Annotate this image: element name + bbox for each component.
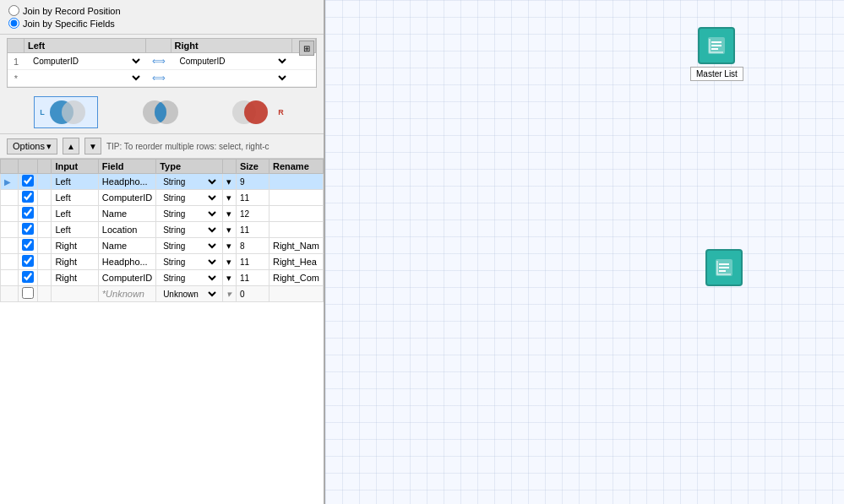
- venn-left-svg: [48, 99, 92, 126]
- join-right-select-new[interactable]: [175, 72, 290, 84]
- size-input[interactable]: [240, 193, 265, 203]
- venn-right-only[interactable]: R: [225, 96, 290, 128]
- master-list-icon: [698, 27, 735, 64]
- row-checkbox[interactable]: [22, 191, 34, 203]
- type-select[interactable]: String: [160, 273, 219, 284]
- row-checkbox[interactable]: [22, 239, 34, 251]
- row-checkbox[interactable]: [22, 175, 34, 187]
- row-checkbox[interactable]: [22, 255, 34, 267]
- size-input[interactable]: [240, 209, 265, 219]
- size-input[interactable]: [240, 290, 265, 299]
- join-corner-button[interactable]: ⊞: [299, 41, 314, 56]
- type-select[interactable]: String: [160, 257, 219, 268]
- second-input-icon: [705, 249, 743, 286]
- table-row: Left Location String ▾: [1, 222, 324, 238]
- join-right-select-1[interactable]: ComputerID: [175, 55, 290, 68]
- join-fields-header: Left Right: [8, 39, 316, 53]
- table-row: Right ComputerID String ▾ Right_Com: [1, 270, 324, 286]
- tip-text: TIP: To reorder multiple rows: select, r…: [106, 142, 317, 151]
- table-row: Right Name String ▾ Right_Nam: [1, 238, 324, 254]
- row-checkbox[interactable]: [22, 223, 34, 235]
- size-input[interactable]: [240, 257, 265, 267]
- type-select[interactable]: String: [160, 209, 219, 219]
- join-fields-container: Left Right 1 ComputerID ⟺ ComputerID *: [7, 38, 317, 88]
- venn-diagrams-row: L R: [0, 91, 324, 134]
- table-row-unknown: *Unknown Unknown ▾: [1, 286, 324, 302]
- type-select[interactable]: String: [160, 176, 219, 187]
- join-field-row-new: * ⟺: [8, 70, 316, 87]
- table-row: ▶ Left Headpho... String ▾: [1, 174, 324, 190]
- type-select[interactable]: String: [160, 225, 219, 236]
- venn-inner-svg: [141, 99, 185, 126]
- type-select[interactable]: String: [160, 192, 219, 203]
- options-toolbar: Options ▾ ▲ ▼ TIP: To reorder multiple r…: [0, 134, 324, 159]
- row-checkbox[interactable]: [22, 287, 34, 299]
- type-select[interactable]: String: [160, 241, 219, 252]
- workflow-canvas: Master List 1 2 L R Check Result: [325, 0, 844, 504]
- join-field-row-1: 1 ComputerID ⟺ ComputerID: [8, 53, 316, 70]
- master-list-node[interactable]: Master List: [690, 27, 743, 81]
- left-panel: Join by Record Position Join by Specific…: [0, 0, 325, 504]
- join-left-select-1[interactable]: ComputerID: [28, 55, 143, 68]
- size-input[interactable]: [240, 177, 265, 187]
- master-list-label: Master List: [690, 67, 743, 81]
- data-table-wrapper: Input Field Type Size Rename ▶ Left Head…: [0, 159, 324, 504]
- options-button[interactable]: Options ▾: [7, 138, 57, 154]
- data-table: Input Field Type Size Rename ▶ Left Head…: [0, 159, 324, 302]
- size-input[interactable]: [240, 225, 265, 235]
- second-input-node[interactable]: [705, 249, 743, 286]
- table-row: Right Headpho... String ▾ Right_Hea: [1, 254, 324, 270]
- row-arrow-cell: ▶: [1, 174, 19, 190]
- dropdown-arrow-icon: ▾: [46, 141, 52, 152]
- move-down-button[interactable]: ▼: [84, 138, 101, 154]
- venn-inner-join[interactable]: [132, 96, 191, 128]
- size-input[interactable]: [240, 274, 265, 283]
- venn-right-svg: [231, 99, 275, 126]
- table-header-row: Input Field Type Size Rename: [1, 160, 324, 174]
- join-left-select-new[interactable]: [28, 72, 143, 84]
- size-input[interactable]: [240, 241, 265, 251]
- svg-point-1: [62, 100, 85, 124]
- table-row: Left ComputerID String ▾: [1, 190, 324, 206]
- row-checkbox[interactable]: [22, 207, 34, 219]
- join-by-record-position-option[interactable]: Join by Record Position: [8, 5, 315, 16]
- move-up-button[interactable]: ▲: [63, 138, 79, 154]
- table-row: Left Name String ▾: [1, 206, 324, 222]
- row-checkbox[interactable]: [22, 271, 34, 283]
- type-select[interactable]: Unknown: [160, 289, 219, 300]
- venn-left-only[interactable]: L: [34, 96, 98, 128]
- svg-point-7: [244, 100, 268, 124]
- join-by-specific-fields-option[interactable]: Join by Specific Fields: [8, 18, 315, 29]
- canvas-background: [325, 0, 844, 504]
- join-options: Join by Record Position Join by Specific…: [0, 0, 324, 35]
